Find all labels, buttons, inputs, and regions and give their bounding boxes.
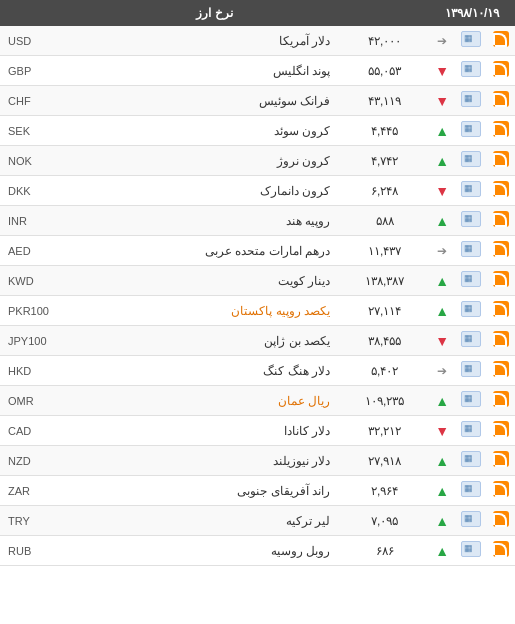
table-row: ▲۵۸۸روپیه هندINR [0, 206, 515, 236]
chart-icon[interactable] [461, 241, 481, 257]
rss-icon[interactable] [493, 331, 509, 347]
currency-code-cell: DKK [0, 176, 95, 206]
chart-icon[interactable] [461, 511, 481, 527]
chart-icon[interactable] [461, 181, 481, 197]
chart-icon[interactable] [461, 151, 481, 167]
rss-icon[interactable] [493, 241, 509, 257]
price-cell: ۶۸۶ [340, 536, 429, 566]
currency-name-cell[interactable]: کرون سوئد [95, 116, 340, 146]
change-cell: ▼ [429, 326, 455, 356]
arrow-neutral-icon: ➔ [437, 34, 447, 48]
currency-code-cell: SEK [0, 116, 95, 146]
chart-icon[interactable] [461, 451, 481, 467]
table-row: ▲۶۸۶روبل روسیهRUB [0, 536, 515, 566]
currency-name-cell[interactable]: درهم امارات متحده عربی [95, 236, 340, 266]
chart-cell [455, 176, 487, 206]
price-cell: ۵۵,۰۵۳ [340, 56, 429, 86]
rss-icon[interactable] [493, 421, 509, 437]
currency-code-cell: CAD [0, 416, 95, 446]
rss-icon[interactable] [493, 61, 509, 77]
table-row: ▼۶,۲۴۸کرون دانمارکDKK [0, 176, 515, 206]
currency-name-cell[interactable]: فرانک سوئیس [95, 86, 340, 116]
currency-name-cell[interactable]: کرون دانمارک [95, 176, 340, 206]
arrow-neutral-icon: ➔ [437, 364, 447, 378]
rss-cell [487, 266, 515, 296]
price-cell: ۴,۴۴۵ [340, 116, 429, 146]
chart-icon[interactable] [461, 391, 481, 407]
currency-code-cell: HKD [0, 356, 95, 386]
price-cell: ۵۸۸ [340, 206, 429, 236]
currency-name-cell[interactable]: دلار آمریکا [95, 26, 340, 56]
arrow-up-icon: ▲ [435, 303, 449, 319]
currency-code-cell: USD [0, 26, 95, 56]
chart-cell [455, 326, 487, 356]
table-row: ▼۵۵,۰۵۳پوند انگلیسGBP [0, 56, 515, 86]
chart-icon[interactable] [461, 421, 481, 437]
change-cell: ➔ [429, 26, 455, 56]
chart-icon[interactable] [461, 271, 481, 287]
table-row: ➔۵,۴۰۲دلار هنگ کنگHKD [0, 356, 515, 386]
rss-cell [487, 296, 515, 326]
rss-icon[interactable] [493, 391, 509, 407]
currency-name-cell[interactable]: دینار کویت [95, 266, 340, 296]
currency-name-cell[interactable]: کرون نروژ [95, 146, 340, 176]
chart-icon[interactable] [461, 61, 481, 77]
currency-name-cell[interactable]: ریال عمان [95, 386, 340, 416]
currency-name-cell[interactable]: روپیه هند [95, 206, 340, 236]
currency-name-cell[interactable]: یکصد بن ژاپن [95, 326, 340, 356]
currency-name-cell[interactable]: روبل روسیه [95, 536, 340, 566]
change-cell: ▼ [429, 176, 455, 206]
currency-name-cell[interactable]: دلار نیوزیلند [95, 446, 340, 476]
rss-icon[interactable] [493, 511, 509, 527]
rss-icon[interactable] [493, 541, 509, 557]
rss-icon[interactable] [493, 91, 509, 107]
arrow-down-icon: ▼ [435, 183, 449, 199]
rss-icon[interactable] [493, 121, 509, 137]
currency-code-cell: OMR [0, 386, 95, 416]
rss-icon[interactable] [493, 181, 509, 197]
rss-cell [487, 356, 515, 386]
currency-code-cell: JPY100 [0, 326, 95, 356]
currency-name-cell[interactable]: پوند انگلیس [95, 56, 340, 86]
rss-icon[interactable] [493, 151, 509, 167]
rss-icon[interactable] [493, 211, 509, 227]
chart-cell [455, 416, 487, 446]
chart-icon[interactable] [461, 31, 481, 47]
chart-icon[interactable] [461, 331, 481, 347]
rss-cell [487, 476, 515, 506]
chart-cell [455, 266, 487, 296]
chart-icon[interactable] [461, 481, 481, 497]
chart-cell [455, 506, 487, 536]
currency-name-cell[interactable]: دلار هنگ کنگ [95, 356, 340, 386]
chart-cell [455, 236, 487, 266]
currency-name-cell[interactable]: لیر ترکیه [95, 506, 340, 536]
currency-name-cell[interactable]: دلار کانادا [95, 416, 340, 446]
header-rate: نرخ ارز [0, 0, 429, 26]
currency-code-cell: TRY [0, 506, 95, 536]
chart-icon[interactable] [461, 91, 481, 107]
arrow-down-icon: ▼ [435, 333, 449, 349]
rss-icon[interactable] [493, 31, 509, 47]
chart-icon[interactable] [461, 361, 481, 377]
rss-icon[interactable] [493, 301, 509, 317]
rss-cell [487, 176, 515, 206]
chart-cell [455, 446, 487, 476]
currency-code-cell: PKR100 [0, 296, 95, 326]
chart-icon[interactable] [461, 541, 481, 557]
table-row: ▲۱۰۹,۲۳۵ریال عمانOMR [0, 386, 515, 416]
chart-icon[interactable] [461, 211, 481, 227]
chart-icon[interactable] [461, 301, 481, 317]
rss-icon[interactable] [493, 361, 509, 377]
currency-name-cell[interactable]: یکصد روپیه پاکستان [95, 296, 340, 326]
arrow-up-icon: ▲ [435, 543, 449, 559]
chart-icon[interactable] [461, 121, 481, 137]
currency-name-cell[interactable]: راند آفریقای جنوبی [95, 476, 340, 506]
price-cell: ۶,۲۴۸ [340, 176, 429, 206]
rss-icon[interactable] [493, 481, 509, 497]
rss-icon[interactable] [493, 451, 509, 467]
change-cell: ▲ [429, 476, 455, 506]
rss-icon[interactable] [493, 271, 509, 287]
rss-cell [487, 236, 515, 266]
price-cell: ۴۳,۱۱۹ [340, 86, 429, 116]
table-row: ▲۷,۰۹۵لیر ترکیهTRY [0, 506, 515, 536]
